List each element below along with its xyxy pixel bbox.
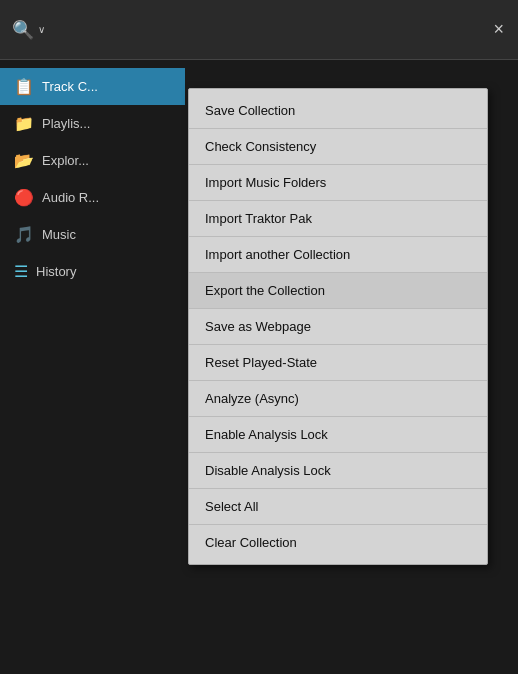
menu-item-reset-played-state[interactable]: Reset Played-State	[189, 345, 487, 381]
menu-item-export-the-collection[interactable]: Export the Collection	[189, 273, 487, 309]
sidebar-item-label: Track C...	[42, 79, 98, 94]
sidebar-item-label: Playlis...	[42, 116, 90, 131]
search-icon: 🔍	[12, 19, 34, 41]
menu-item-disable-analysis-lock[interactable]: Disable Analysis Lock	[189, 453, 487, 489]
menu-item-save-collection[interactable]: Save Collection	[189, 93, 487, 129]
menu-item-check-consistency[interactable]: Check Consistency	[189, 129, 487, 165]
search-bar: 🔍 ∨ ×	[0, 0, 518, 60]
menu-item-clear-collection[interactable]: Clear Collection	[189, 525, 487, 560]
history-icon: ☰	[14, 262, 28, 281]
sidebar-item-history[interactable]: ☰ History	[0, 253, 185, 290]
sidebar: 📋 Track C... 📁 Playlis... 📂 Explor... 🔴 …	[0, 60, 185, 674]
menu-item-save-as-webpage[interactable]: Save as Webpage	[189, 309, 487, 345]
sidebar-item-explorer[interactable]: 📂 Explor...	[0, 142, 185, 179]
menu-item-import-music-folders[interactable]: Import Music Folders	[189, 165, 487, 201]
track-collection-icon: 📋	[14, 77, 34, 96]
explorer-icon: 📂	[14, 151, 34, 170]
menu-item-import-traktor-pak[interactable]: Import Traktor Pak	[189, 201, 487, 237]
sidebar-item-label: History	[36, 264, 76, 279]
menu-item-import-another-collection[interactable]: Import another Collection	[189, 237, 487, 273]
sidebar-item-music[interactable]: 🎵 Music	[0, 216, 185, 253]
search-icon-wrap: 🔍 ∨	[12, 19, 45, 41]
playlists-icon: 📁	[14, 114, 34, 133]
menu-item-analyze-async[interactable]: Analyze (Async)	[189, 381, 487, 417]
sidebar-item-track-collection[interactable]: 📋 Track C...	[0, 68, 185, 105]
menu-item-enable-analysis-lock[interactable]: Enable Analysis Lock	[189, 417, 487, 453]
menu-item-select-all[interactable]: Select All	[189, 489, 487, 525]
sidebar-item-label: Audio R...	[42, 190, 99, 205]
sidebar-item-playlists[interactable]: 📁 Playlis...	[0, 105, 185, 142]
audio-icon: 🔴	[14, 188, 34, 207]
sidebar-item-label: Music	[42, 227, 76, 242]
music-icon: 🎵	[14, 225, 34, 244]
context-menu: Save Collection Check Consistency Import…	[188, 88, 488, 565]
search-close-button[interactable]: ×	[493, 19, 504, 40]
search-chevron-icon: ∨	[38, 24, 45, 35]
sidebar-item-label: Explor...	[42, 153, 89, 168]
sidebar-item-audio[interactable]: 🔴 Audio R...	[0, 179, 185, 216]
